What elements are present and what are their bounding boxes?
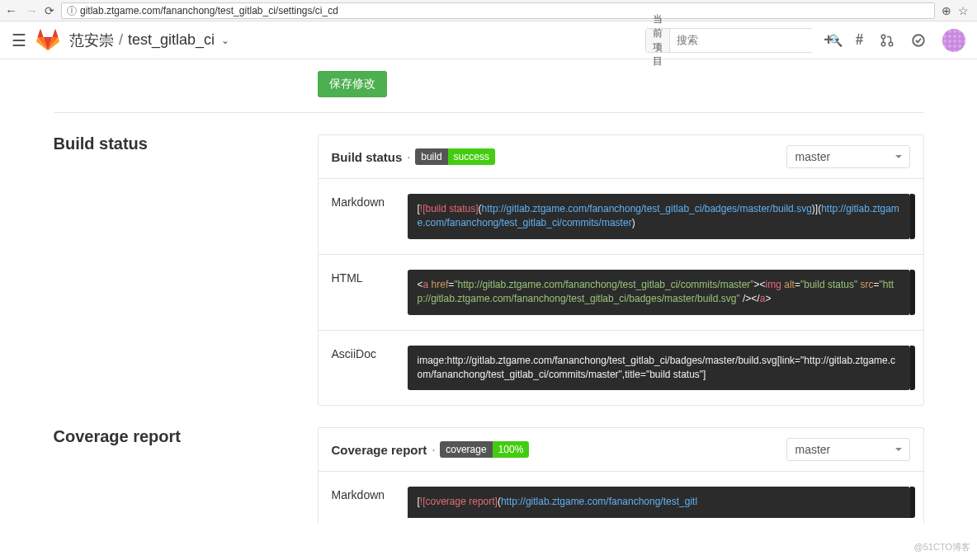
build-status-heading: Build status: [54, 134, 301, 153]
bookmark-star-icon[interactable]: ☆: [958, 4, 969, 17]
code-markdown[interactable]: [![build status](http://gitlab.ztgame.co…: [408, 194, 910, 239]
row-label-markdown: Markdown: [332, 487, 399, 517]
back-button[interactable]: ←: [5, 3, 17, 17]
panel-header: Coverage report · coverage 100% master: [319, 428, 923, 472]
section-heading-col: Coverage report: [54, 427, 318, 522]
url-actions: ⊕ ☆: [942, 4, 972, 17]
breadcrumb-group[interactable]: 范安崇: [69, 31, 114, 50]
save-row: 保存修改: [54, 59, 924, 112]
branch-select[interactable]: master: [786, 438, 910, 461]
reload-button[interactable]: ⟳: [45, 4, 54, 17]
plus-dropdown[interactable]: +▾: [824, 31, 839, 49]
watermark: @51CTO博客: [914, 541, 970, 553]
row-asciidoc: AsciiDoc image:http://gitlab.ztgame.com/…: [319, 331, 923, 406]
panel-header: Build status · build success master: [319, 135, 923, 179]
gitlab-logo-icon[interactable]: [36, 29, 59, 52]
url-text: gitlab.ztgame.com/fananchong/test_gitlab…: [80, 5, 338, 16]
panel-title: Build status: [332, 150, 403, 164]
code-markdown[interactable]: [![coverage report](http://gitlab.ztgame…: [408, 487, 910, 517]
breadcrumb-separator: /: [119, 31, 123, 49]
save-button[interactable]: 保存修改: [318, 71, 387, 97]
row-label-html: HTML: [332, 270, 399, 315]
badge-right: success: [448, 148, 495, 165]
zoom-icon[interactable]: ⊕: [942, 4, 951, 17]
code-html[interactable]: <a href="http://gitlab.ztgame.com/fananc…: [408, 270, 910, 315]
panel-title: Coverage report: [332, 443, 427, 457]
header-search: 当前项目 🔍: [645, 28, 814, 53]
url-bar[interactable]: i gitlab.ztgame.com/fananchong/test_gitl…: [61, 2, 935, 19]
badge-left: build: [415, 148, 447, 165]
svg-point-0: [881, 35, 885, 39]
hash-icon[interactable]: #: [856, 31, 863, 49]
hamburger-menu-icon[interactable]: ☰: [12, 31, 26, 50]
badge-left: coverage: [440, 441, 492, 458]
build-status-panel: Build status · build success master Mark…: [318, 134, 924, 406]
svg-point-1: [881, 42, 885, 46]
browser-toolbar: ← → ⟳ i gitlab.ztgame.com/fananchong/tes…: [0, 0, 977, 21]
coverage-heading: Coverage report: [54, 427, 301, 446]
merge-request-icon[interactable]: [880, 33, 894, 48]
section-heading-col: Build status: [54, 134, 318, 406]
gitlab-header: ☰ 范安崇 / test_gitlab_ci ⌄ 当前项目 🔍 +▾ #: [0, 21, 977, 59]
chevron-down-icon[interactable]: ⌄: [221, 35, 229, 46]
build-badge: build success: [415, 148, 495, 165]
dot-separator: ·: [432, 443, 435, 456]
coverage-badge: coverage 100%: [440, 441, 529, 458]
user-avatar[interactable]: [942, 29, 965, 52]
breadcrumb: 范安崇 / test_gitlab_ci ⌄: [69, 31, 229, 50]
site-info-icon[interactable]: i: [67, 6, 77, 16]
row-markdown: Markdown [![coverage report](http://gitl…: [319, 472, 923, 522]
search-input[interactable]: [670, 29, 822, 52]
header-icons: +▾ #: [824, 29, 965, 52]
svg-point-2: [889, 42, 893, 46]
breadcrumb-project[interactable]: test_gitlab_ci: [128, 31, 215, 49]
badge-right: 100%: [493, 441, 530, 458]
todos-icon[interactable]: [911, 33, 926, 48]
row-label-markdown: Markdown: [332, 194, 399, 239]
row-markdown: Markdown [![build status](http://gitlab.…: [319, 179, 923, 255]
code-asciidoc[interactable]: image:http://gitlab.ztgame.com/fananchon…: [408, 346, 910, 391]
coverage-panel: Coverage report · coverage 100% master M…: [318, 427, 924, 522]
page-content: 保存修改 Build status Build status · build s…: [54, 59, 924, 556]
row-label-asciidoc: AsciiDoc: [332, 346, 399, 391]
nav-arrows: ← →: [5, 3, 38, 17]
dot-separator: ·: [407, 150, 410, 163]
row-html: HTML <a href="http://gitlab.ztgame.com/f…: [319, 255, 923, 331]
forward-button[interactable]: →: [26, 3, 38, 17]
branch-select[interactable]: master: [786, 145, 910, 168]
section-build-status: Build status Build status · build succes…: [54, 113, 924, 406]
search-scope[interactable]: 当前项目: [646, 29, 670, 52]
section-coverage: Coverage report Coverage report · covera…: [54, 406, 924, 522]
